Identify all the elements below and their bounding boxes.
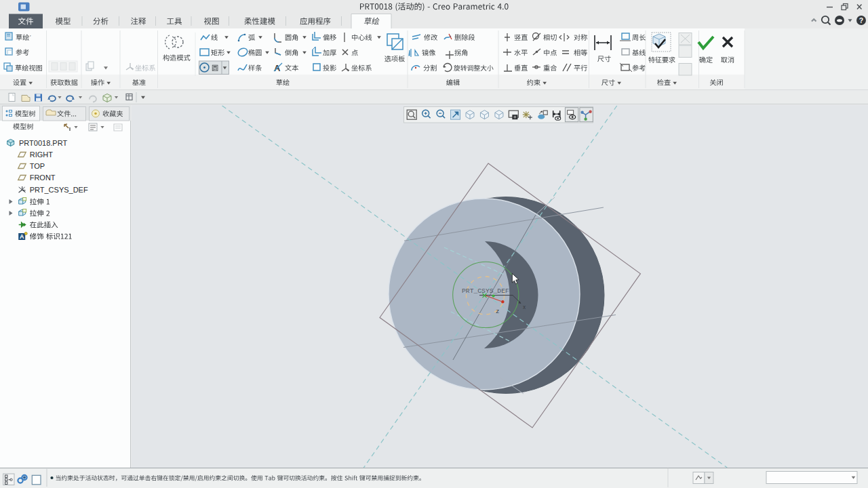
- svg-text:PRT0018.PRT: PRT0018.PRT: [19, 139, 67, 147]
- svg-text:FRONT: FRONT: [30, 174, 56, 182]
- svg-text:RIGHT: RIGHT: [30, 150, 53, 159]
- svg-text:PRT_CSYS_DEF: PRT_CSYS_DEF: [462, 287, 509, 295]
- svg-text:TOP: TOP: [30, 162, 45, 170]
- svg-text:Z: Z: [496, 309, 500, 314]
- svg-text:PRT_CSYS_DEF: PRT_CSYS_DEF: [30, 186, 88, 194]
- svg-text:A: A: [20, 233, 24, 240]
- svg-text:′: ′: [30, 34, 31, 40]
- svg-text:?: ?: [859, 16, 863, 24]
